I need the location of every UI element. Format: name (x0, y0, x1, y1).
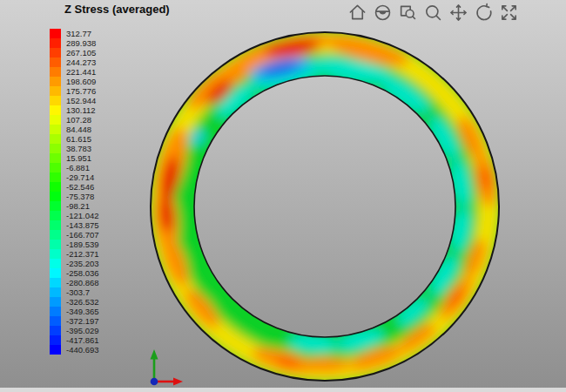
legend-value: -212.371 (66, 249, 99, 259)
legend-row: -440.693 (50, 345, 99, 355)
legend-row: -75.378 (50, 192, 99, 201)
ring-inner-edge (194, 76, 455, 337)
legend-swatch (50, 86, 61, 96)
legend-value: 198.609 (66, 77, 96, 86)
x-axis-arrowhead (173, 378, 183, 386)
home-icon (347, 3, 367, 23)
legend-value: -189.539 (66, 240, 99, 249)
legend-value: 244.273 (66, 57, 96, 67)
legend-row: -29.714 (50, 172, 99, 182)
legend-row: 15.951 (50, 153, 99, 163)
zoom-selection-button[interactable] (398, 3, 418, 23)
legend-row: -98.21 (50, 201, 99, 211)
legend-value: -395.029 (66, 326, 99, 335)
home-button[interactable] (347, 3, 367, 23)
window-edge (0, 388, 566, 392)
legend-value: 312.77 (66, 29, 91, 38)
legend-swatch (50, 144, 61, 153)
orientation-triad[interactable] (138, 345, 187, 392)
legend-swatch (50, 278, 61, 287)
legend-row: 84.448 (50, 125, 99, 134)
legend-value: 289.938 (66, 38, 96, 48)
legend-swatch (50, 211, 61, 220)
pan-icon (448, 3, 468, 23)
legend-row: -121.042 (50, 211, 99, 220)
legend-row: -349.365 (50, 307, 99, 316)
legend-row: 267.105 (50, 48, 99, 57)
zoom-selection-icon (398, 3, 418, 23)
legend-value: 84.448 (66, 125, 91, 134)
legend-row: 221.441 (50, 67, 99, 77)
legend-swatch (50, 297, 61, 307)
legend-swatch (50, 38, 61, 48)
legend-swatch (50, 57, 61, 67)
legend-swatch (50, 335, 61, 345)
legend-swatch (50, 259, 61, 268)
legend-value: -29.714 (66, 172, 94, 182)
legend-row: 312.77 (50, 29, 99, 38)
legend-swatch (50, 249, 61, 259)
legend-row: -143.875 (50, 220, 99, 230)
legend-value: 221.441 (66, 67, 96, 77)
legend-swatch (50, 105, 61, 115)
application-window: Z Stress (averaged) (0, 0, 566, 392)
contour-field (131, 9, 522, 392)
legend-swatch (50, 307, 61, 316)
legend-row: 289.938 (50, 38, 99, 48)
legend-swatch (50, 201, 61, 211)
contour-legend: 312.77289.938267.105244.273221.441198.60… (50, 29, 99, 355)
legend-row: -417.861 (50, 335, 99, 345)
legend-swatch (50, 125, 61, 134)
legend-swatch (50, 326, 61, 335)
legend-value: -121.042 (66, 211, 99, 220)
legend-swatch (50, 115, 61, 125)
legend-swatch (50, 316, 61, 326)
legend-row: 198.609 (50, 77, 99, 86)
legend-value: -235.203 (66, 259, 99, 268)
legend-value: 61.615 (66, 134, 91, 144)
legend-value: -372.197 (66, 316, 99, 326)
legend-row: -258.036 (50, 268, 99, 278)
z-axis-dot (151, 378, 158, 386)
legend-swatch (50, 153, 61, 163)
zoom-button[interactable] (423, 3, 443, 23)
look-at-icon (373, 3, 393, 23)
legend-row: -280.868 (50, 278, 99, 287)
legend-row: 38.783 (50, 144, 99, 153)
legend-swatch (50, 287, 61, 297)
legend-swatch (50, 163, 61, 172)
legend-swatch (50, 182, 61, 192)
y-axis-arrowhead (151, 349, 158, 360)
legend-row: 130.112 (50, 105, 99, 115)
legend-rows: 312.77289.938267.105244.273221.441198.60… (50, 29, 99, 355)
legend-value: -280.868 (66, 278, 99, 287)
legend-row: -235.203 (50, 259, 99, 268)
legend-row: -189.539 (50, 240, 99, 249)
legend-value: -417.861 (66, 335, 99, 345)
legend-row: 244.273 (50, 57, 99, 67)
zoom-fit-button[interactable] (499, 3, 519, 23)
legend-value: -52.546 (66, 182, 94, 192)
pan-button[interactable] (448, 3, 468, 23)
legend-value: -98.21 (66, 201, 90, 211)
legend-value: 130.112 (66, 105, 96, 115)
legend-row: -6.881 (50, 163, 99, 172)
legend-swatch (50, 268, 61, 278)
legend-swatch (50, 240, 61, 249)
legend-row: 175.776 (50, 86, 99, 96)
result-title: Z Stress (averaged) (64, 3, 170, 16)
rotate-icon (474, 3, 494, 23)
legend-row: 107.28 (50, 115, 99, 125)
legend-value: -75.378 (66, 192, 94, 201)
legend-row: -326.532 (50, 297, 99, 307)
look-at-button[interactable] (373, 3, 393, 23)
legend-value: -303.7 (66, 287, 90, 297)
legend-swatch (50, 345, 61, 355)
legend-value: -143.875 (66, 220, 99, 230)
zoom-icon (423, 3, 443, 23)
rotate-button[interactable] (474, 3, 494, 23)
legend-row: -395.029 (50, 326, 99, 335)
legend-value: -326.532 (66, 297, 99, 307)
legend-value: -349.365 (66, 307, 99, 316)
legend-value: 175.776 (66, 86, 96, 96)
